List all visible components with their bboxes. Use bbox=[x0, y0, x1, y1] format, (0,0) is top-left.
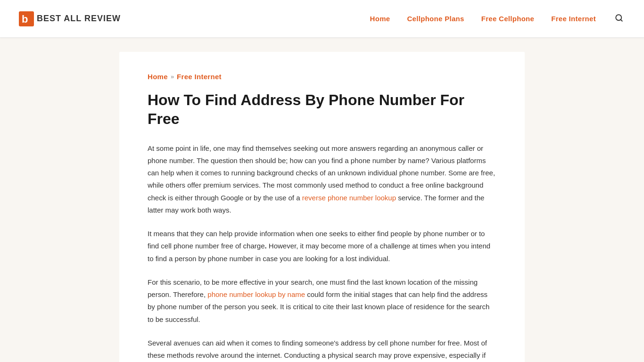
paragraph-2: It means that they can help provide info… bbox=[148, 228, 496, 265]
main-nav: Home Cellphone Plans Free Cellphone Free… bbox=[370, 12, 625, 25]
nav-home[interactable]: Home bbox=[370, 13, 390, 25]
svg-text:b: b bbox=[22, 13, 28, 25]
logo-text: BEST ALL REVIEW bbox=[37, 11, 121, 26]
paragraph-4: Several avenues can aid when it comes to… bbox=[148, 337, 496, 362]
search-button[interactable] bbox=[613, 12, 625, 25]
page-title: How To Find Address By Phone Number For … bbox=[148, 90, 496, 128]
p4-text: Several avenues can aid when it comes to… bbox=[148, 339, 491, 362]
search-icon bbox=[615, 14, 623, 22]
p1-link[interactable]: reverse phone number lookup bbox=[302, 194, 396, 202]
page-wrapper: Home » Free Internet How To Find Address… bbox=[0, 38, 644, 362]
nav-free-internet[interactable]: Free Internet bbox=[551, 13, 596, 25]
breadcrumb-current[interactable]: Free Internet bbox=[177, 71, 222, 83]
breadcrumb-separator: » bbox=[171, 72, 174, 82]
content-wrapper: Home » Free Internet How To Find Address… bbox=[119, 52, 525, 362]
p1-text-before: At some point in life, one may find them… bbox=[148, 144, 495, 202]
breadcrumb: Home » Free Internet bbox=[148, 71, 496, 83]
site-header: b BEST ALL REVIEW Home Cellphone Plans F… bbox=[0, 0, 644, 38]
logo-icon: b bbox=[19, 11, 34, 26]
article-body: At some point in life, one may find them… bbox=[148, 142, 496, 362]
nav-cellphone-plans[interactable]: Cellphone Plans bbox=[407, 13, 464, 25]
p3-link[interactable]: phone number lookup by name bbox=[207, 290, 305, 298]
nav-free-cellphone[interactable]: Free Cellphone bbox=[481, 13, 535, 25]
svg-line-3 bbox=[620, 19, 622, 21]
site-logo[interactable]: b BEST ALL REVIEW bbox=[19, 11, 121, 26]
breadcrumb-home[interactable]: Home bbox=[148, 71, 168, 83]
paragraph-1: At some point in life, one may find them… bbox=[148, 142, 496, 217]
paragraph-3: For this scenario, to be more effective … bbox=[148, 276, 496, 326]
